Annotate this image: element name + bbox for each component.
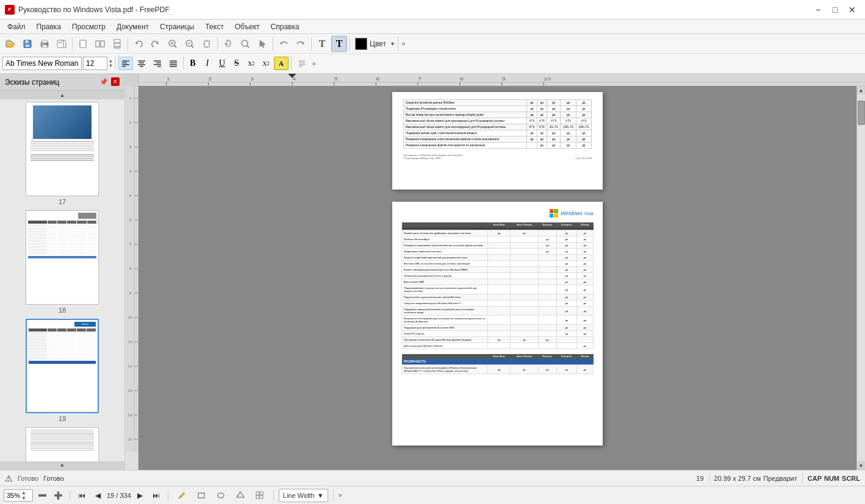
- font-size-down[interactable]: ▼: [109, 63, 113, 68]
- save-button[interactable]: [20, 36, 35, 52]
- print-button[interactable]: [37, 36, 52, 52]
- scrollbar-up-button[interactable]: ▲: [857, 86, 866, 94]
- svg-rect-11: [80, 40, 86, 48]
- align-center-button[interactable]: [134, 57, 149, 70]
- ellipse-tool-button[interactable]: [212, 489, 229, 502]
- maximize-button[interactable]: □: [827, 4, 843, 16]
- align-left-button[interactable]: [118, 57, 133, 70]
- menu-help[interactable]: Справка: [266, 21, 304, 33]
- sidebar-pin-button[interactable]: 📌: [99, 77, 109, 87]
- zoom-value: 35%: [7, 492, 20, 499]
- scrollbar-thumb[interactable]: [858, 101, 865, 125]
- zoom-out-small-button[interactable]: ➖: [35, 489, 49, 502]
- toolbar2-more[interactable]: »: [311, 60, 317, 67]
- sidebar-close-button[interactable]: ✕: [111, 77, 120, 86]
- close-button[interactable]: ✕: [844, 4, 860, 16]
- first-page-button[interactable]: ⏮: [75, 489, 88, 502]
- prev-page-button[interactable]: ◀: [91, 489, 104, 502]
- toolbar-sep-1: [72, 37, 73, 51]
- line-width-button[interactable]: Line Width ▼: [279, 489, 328, 502]
- pencil-tool-button[interactable]: [173, 489, 190, 502]
- text-tool-button[interactable]: T: [314, 36, 330, 52]
- zoom-out-button[interactable]: [182, 36, 198, 52]
- toolbar-bottom-more[interactable]: »: [339, 492, 342, 499]
- font-size-spinner[interactable]: ▲ ▼: [109, 59, 113, 68]
- text-select-button[interactable]: T: [331, 36, 347, 52]
- paragraph-button[interactable]: [294, 55, 310, 71]
- color-label[interactable]: Цвет: [370, 40, 386, 48]
- search-button[interactable]: [237, 36, 253, 52]
- content-area[interactable]: Средства просмотра данных Windows да да …: [138, 86, 856, 470]
- ruler-horizontal: 1 2 3 4 5 6 7 8 9: [125, 74, 865, 86]
- zoom-up-arrow[interactable]: ▲: [21, 490, 26, 495]
- page-thumb-20[interactable]: 20: [2, 427, 122, 461]
- highlight-button[interactable]: A: [274, 57, 289, 70]
- view-double-button[interactable]: [92, 36, 108, 52]
- svg-rect-16: [114, 47, 120, 48]
- polygon-tool-button[interactable]: [232, 489, 249, 502]
- last-page-button[interactable]: ⏭: [149, 489, 163, 502]
- scrollbar-down-button[interactable]: ▼: [857, 461, 866, 470]
- rotate-right-button[interactable]: [148, 36, 163, 52]
- underline-button[interactable]: U: [215, 57, 229, 70]
- zoom-spinner[interactable]: ▲ ▼: [21, 490, 26, 501]
- strikethrough-button[interactable]: S: [230, 57, 243, 70]
- rotate-left-button[interactable]: [131, 36, 146, 52]
- view-continuous-button[interactable]: [109, 36, 125, 52]
- zoom-down-arrow[interactable]: ▼: [21, 495, 26, 501]
- page-thumb-img-19[interactable]: Windows: [26, 319, 99, 413]
- bold-button[interactable]: B: [186, 57, 199, 70]
- page-thumb-img-18[interactable]: [26, 210, 99, 305]
- fit-page-button[interactable]: [199, 36, 215, 52]
- hand-tool-button[interactable]: [220, 36, 236, 52]
- align-justify-button[interactable]: [166, 57, 181, 70]
- page-thumb-19[interactable]: Windows 19: [2, 319, 122, 422]
- zoom-in-button[interactable]: [165, 36, 181, 52]
- open-button[interactable]: [2, 36, 18, 52]
- select-button[interactable]: [254, 36, 270, 52]
- color-swatch[interactable]: [355, 38, 367, 50]
- menu-view[interactable]: Просмотр: [67, 21, 110, 33]
- menu-pages[interactable]: Страницы: [155, 21, 199, 33]
- redo-button[interactable]: [293, 36, 309, 52]
- page-thumb-18[interactable]: 18: [2, 210, 122, 314]
- menu-edit[interactable]: Правка: [32, 21, 66, 33]
- menu-document[interactable]: Документ: [112, 21, 154, 33]
- pdf-page-17-18-bottom: Средства просмотра данных Windows да да …: [392, 92, 603, 190]
- menu-object[interactable]: Объект: [230, 21, 265, 33]
- rect-tool-button[interactable]: [193, 489, 210, 502]
- font-size-up[interactable]: ▲: [109, 59, 113, 63]
- superscript-button[interactable]: X2: [245, 57, 258, 70]
- menu-text[interactable]: Текст: [200, 21, 228, 33]
- svg-rect-3: [25, 44, 30, 47]
- svg-rect-116: [260, 495, 263, 499]
- menu-bar: Файл Правка Просмотр Документ Страницы Т…: [0, 20, 865, 34]
- menu-file[interactable]: Файл: [2, 21, 31, 33]
- minimize-button[interactable]: −: [810, 4, 826, 16]
- color-dropdown-arrow[interactable]: ▼: [390, 41, 395, 47]
- toolbar-row-2: Ab Times New Roman 12 ▲ ▼ B I U S X: [0, 54, 865, 73]
- subscript-button[interactable]: X2: [259, 57, 273, 70]
- font-size-input[interactable]: 12: [83, 57, 107, 70]
- bottom-sep-3: [273, 490, 274, 501]
- toolbar1-more[interactable]: »: [401, 40, 407, 47]
- sidebar-scroll-up-button[interactable]: ▲: [0, 91, 124, 99]
- undo-button[interactable]: [276, 36, 292, 52]
- page-thumb-img-17[interactable]: [26, 102, 99, 196]
- grid-tool-button[interactable]: [251, 489, 268, 502]
- toolbar-area: T T Цвет ▼ » Ab Times New Roman 12 ▲ ▼: [0, 34, 865, 74]
- sidebar-scroll-down-button[interactable]: ▼: [0, 461, 124, 470]
- page-thumb-17[interactable]: 17: [2, 102, 122, 205]
- font-name-box[interactable]: Ab Times New Roman: [2, 57, 82, 70]
- view-single-button[interactable]: [75, 36, 91, 52]
- zoom-in-small-button[interactable]: ➕: [51, 489, 65, 502]
- zoom-display[interactable]: 35% ▲ ▼: [4, 489, 33, 502]
- line-width-arrow[interactable]: ▼: [317, 492, 324, 499]
- svg-text:4: 4: [292, 77, 296, 82]
- page-thumb-img-20[interactable]: [26, 427, 99, 461]
- italic-button[interactable]: I: [201, 57, 214, 70]
- align-right-button[interactable]: [150, 57, 165, 70]
- next-page-button[interactable]: ▶: [134, 489, 147, 502]
- pdf-page-19: Windows Vista Home Basic Home Premium Bu…: [392, 202, 603, 445]
- export-button[interactable]: [54, 36, 70, 52]
